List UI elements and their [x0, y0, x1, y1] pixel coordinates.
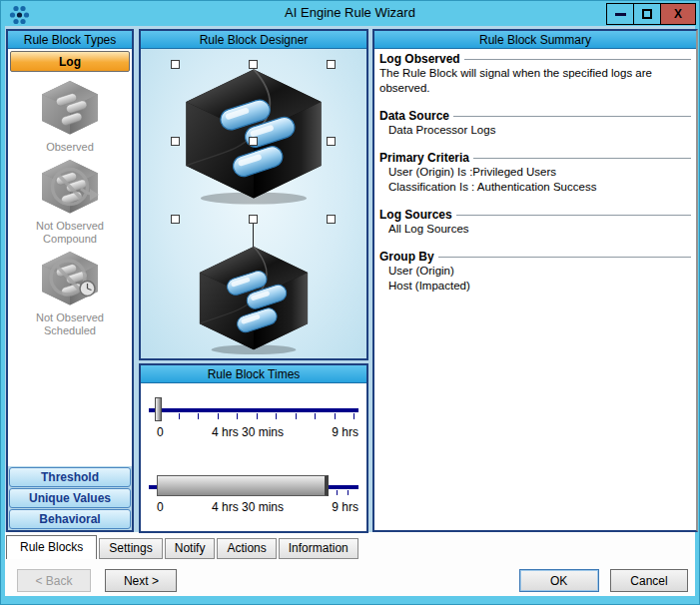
log-block-cube-icon	[193, 245, 315, 356]
slider-2-labels: 0 4 hrs 30 mins 9 hrs	[149, 500, 358, 514]
tab-notify[interactable]: Notify	[165, 538, 216, 559]
rule-block-type-buttons: Threshold Unique Values Behavioral	[8, 466, 132, 530]
tab-settings[interactable]: Settings	[99, 538, 162, 559]
rule-block-summary-panel: Rule Block Summary Log Observed The Rule…	[372, 29, 698, 532]
slider-2-range-bar[interactable]	[157, 475, 329, 496]
summary-section: Log Sources All Log Sources	[379, 208, 691, 237]
observed-cube-icon	[39, 80, 101, 138]
section-line: Host (Impacted)	[379, 279, 691, 294]
slider-label-mid: 4 hrs 30 mins	[212, 425, 284, 439]
type-item-not-observed-compound[interactable]: Not Observed Compound	[24, 159, 116, 246]
section-title: Primary Criteria	[379, 151, 469, 165]
threshold-button[interactable]: Threshold	[9, 467, 131, 487]
selection-handle[interactable]	[171, 137, 180, 146]
window-controls: X	[607, 3, 696, 25]
rule-block-type-list: Observed Not Observed Compound	[8, 74, 132, 466]
summary-section: Log Observed The Rule Block will signal …	[379, 52, 691, 96]
section-rule-line	[456, 215, 691, 216]
wizard-nav-buttons: < Back Next >	[17, 569, 177, 592]
selection-handle[interactable]	[249, 215, 258, 224]
summary-section: Primary Criteria User (Origin) Is :Privi…	[379, 151, 691, 195]
summary-body: Log Observed The Rule Block will signal …	[374, 49, 696, 309]
behavioral-button[interactable]: Behavioral	[9, 509, 131, 529]
section-rule-line	[438, 257, 691, 258]
section-title: Log Sources	[379, 208, 452, 222]
unique-values-button[interactable]: Unique Values	[9, 488, 131, 508]
rule-block-summary-header: Rule Block Summary	[374, 31, 696, 49]
not-observed-scheduled-icon	[39, 251, 101, 308]
section-line: Data Processor Logs	[379, 123, 691, 138]
section-title: Group By	[379, 250, 434, 264]
type-item-label: Observed	[24, 141, 116, 154]
section-rule-line	[473, 158, 691, 159]
tab-actions[interactable]: Actions	[217, 538, 276, 559]
selection-handle[interactable]	[171, 215, 180, 224]
dialog-action-buttons: OK Cancel	[519, 569, 688, 592]
rule-block-times-header: Rule Block Times	[141, 365, 366, 383]
window-title: AI Engine Rule Wizard	[1, 5, 699, 20]
wizard-tab-strip: Rule Blocks Settings Notify Actions Info…	[6, 535, 360, 559]
selection-handle[interactable]	[327, 60, 336, 69]
ai-engine-rule-wizard-window: AI Engine Rule Wizard X Rule Block Types…	[0, 0, 700, 605]
rule-block-types-header: Rule Block Types	[8, 31, 132, 49]
rule-block-types-panel: Rule Block Types Log Observed	[6, 29, 134, 532]
section-line: Classification Is : Authentication Succe…	[379, 180, 691, 195]
times-body: 0 4 hrs 30 mins 9 hrs 0 4 hrs 30 mins 9 …	[141, 383, 366, 531]
selection-handle[interactable]	[249, 137, 258, 146]
slider-label-mid: 4 hrs 30 mins	[212, 500, 284, 514]
type-item-not-observed-scheduled[interactable]: Not Observed Scheduled	[24, 251, 116, 337]
cancel-button[interactable]: Cancel	[610, 569, 688, 592]
close-button[interactable]: X	[660, 3, 696, 25]
tab-rule-blocks[interactable]: Rule Blocks	[6, 535, 97, 559]
type-item-label: Not Observed Compound	[24, 220, 116, 246]
slider-label-min: 0	[157, 425, 164, 439]
rule-block-designer-panel: Rule Block Designer	[139, 29, 368, 360]
section-line: All Log Sources	[379, 222, 691, 237]
section-line: User (Origin)	[379, 264, 691, 279]
tick-mark	[348, 490, 349, 495]
next-button[interactable]: Next >	[105, 569, 177, 592]
slider-label-min: 0	[157, 500, 164, 514]
selection-handle[interactable]	[249, 60, 258, 69]
slider-label-max: 9 hrs	[332, 500, 358, 514]
designer-canvas[interactable]	[141, 49, 366, 358]
tab-information[interactable]: Information	[279, 538, 358, 559]
titlebar: AI Engine Rule Wizard X	[1, 1, 699, 26]
rule-block-node-2[interactable]	[193, 245, 315, 356]
slider-1-thumb[interactable]	[155, 397, 162, 421]
dialog-content: Rule Block Types Log Observed	[5, 26, 695, 596]
section-title: Log Observed	[379, 52, 460, 66]
section-line: The Rule Block will signal when the spec…	[379, 66, 691, 96]
section-rule-line	[464, 59, 691, 60]
type-item-label: Not Observed Scheduled	[24, 311, 116, 337]
selection-handle[interactable]	[171, 60, 180, 69]
ok-button[interactable]: OK	[519, 569, 599, 592]
slider-1-labels: 0 4 hrs 30 mins 9 hrs	[149, 425, 358, 439]
maximize-icon	[642, 9, 652, 19]
section-title: Data Source	[379, 109, 449, 123]
maximize-button[interactable]	[633, 3, 661, 25]
tick-mark	[337, 490, 338, 495]
summary-section: Group By User (Origin) Host (Impacted)	[379, 250, 691, 294]
section-rule-line	[453, 116, 691, 117]
minimize-icon	[615, 13, 626, 16]
type-item-observed[interactable]: Observed	[24, 80, 116, 154]
slider-track-1[interactable]	[149, 408, 358, 412]
back-button[interactable]: < Back	[17, 569, 91, 592]
summary-section: Data Source Data Processor Logs	[379, 109, 691, 138]
slider-label-max: 9 hrs	[332, 425, 358, 439]
minimize-button[interactable]	[606, 3, 634, 25]
section-line: User (Origin) Is :Privileged Users	[379, 165, 691, 180]
rule-block-times-panel: Rule Block Times 0 4 hrs 30 mins 9 hrs 0	[139, 363, 368, 533]
selection-handle[interactable]	[327, 215, 336, 224]
log-type-button[interactable]: Log	[10, 51, 130, 72]
not-observed-compound-icon	[39, 159, 101, 217]
rule-block-designer-header: Rule Block Designer	[141, 31, 366, 49]
selection-handle[interactable]	[327, 137, 336, 146]
slider-1-tick-marks	[179, 413, 354, 419]
close-icon: X	[674, 7, 682, 21]
